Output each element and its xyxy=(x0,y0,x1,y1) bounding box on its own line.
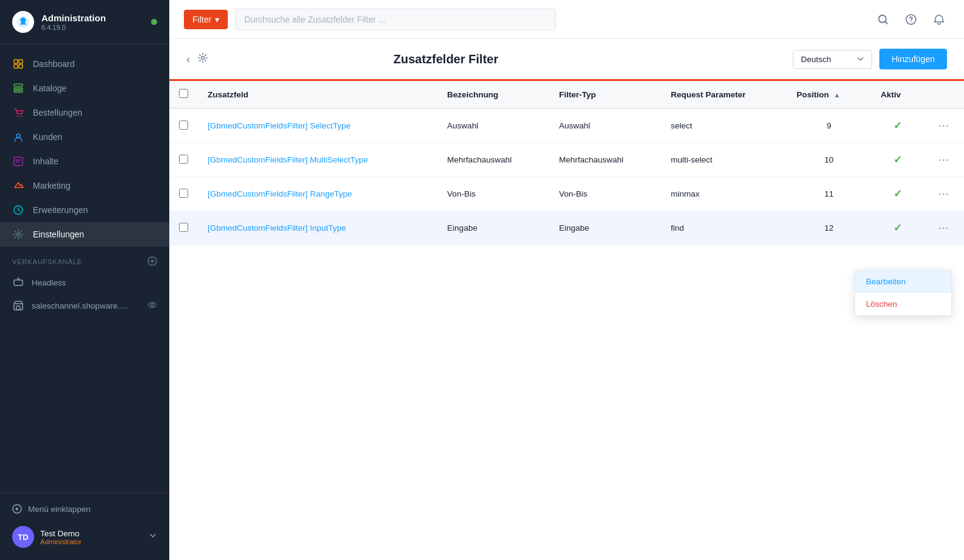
page-settings-button[interactable] xyxy=(197,52,208,66)
language-select[interactable]: Deutsch xyxy=(793,50,872,69)
sidebar-item-kunden[interactable]: Kunden xyxy=(0,125,169,149)
svg-point-22 xyxy=(879,15,886,23)
search-box[interactable]: Durchsuche alle Zusatzfelder Filter ... xyxy=(235,9,555,30)
row-actions-button[interactable]: ··· xyxy=(934,151,954,169)
cell-aktiv: ✓ xyxy=(871,211,924,245)
svg-rect-15 xyxy=(14,280,23,285)
cell-zusatzfeld: [GbmedCustomFieldsFilter] MultiSelectTyp… xyxy=(198,143,437,177)
svg-rect-11 xyxy=(14,157,23,166)
add-sales-channel-button[interactable] xyxy=(147,256,157,267)
add-button[interactable]: Hinzufügen xyxy=(879,49,947,69)
sidebar-item-bestellungen[interactable]: Bestellungen xyxy=(0,100,169,125)
sidebar-item-kataloge[interactable]: Kataloge xyxy=(0,76,169,100)
sidebar-item-label: Kataloge xyxy=(33,83,66,93)
dashboard-icon xyxy=(12,58,24,70)
page-header: ‹ Zusatzfelder Filter Deutsch Hinzufügen xyxy=(169,39,964,81)
context-menu: Bearbeiten Löschen xyxy=(854,270,952,316)
page-title: Zusatzfelder Filter xyxy=(216,52,676,66)
sidebar-item-einstellungen[interactable]: Einstellungen xyxy=(0,222,169,247)
row-actions-button[interactable]: ··· xyxy=(934,117,954,135)
user-menu-chevron[interactable] xyxy=(149,531,157,542)
sidebar-item-inhalte[interactable]: Inhalte xyxy=(0,149,169,173)
aktiv-check-icon: ✓ xyxy=(893,154,902,166)
aktiv-check-icon: ✓ xyxy=(893,222,902,234)
sales-channels-section: Verkaufskanäle xyxy=(0,247,169,271)
settings-icon xyxy=(12,228,24,240)
svg-rect-2 xyxy=(19,60,23,63)
cell-aktiv: ✓ xyxy=(871,177,924,211)
sidebar-item-dashboard[interactable]: Dashboard xyxy=(0,52,169,76)
row-actions-button[interactable]: ··· xyxy=(934,219,954,237)
row-actions-button[interactable]: ··· xyxy=(934,185,954,203)
sidebar-item-erweiterungen[interactable]: Erweiterungen xyxy=(0,198,169,222)
svg-point-25 xyxy=(202,56,205,59)
sidebar-item-label: Inhalte xyxy=(33,156,58,166)
col-bezeichnung: Bezeichnung xyxy=(437,81,549,108)
col-zusatzfeld: Zusatzfeld xyxy=(198,81,437,108)
user-role: Administrator xyxy=(40,538,82,545)
cell-position: 12 xyxy=(787,211,871,245)
col-request-parameter: Request Parameter xyxy=(661,81,787,108)
cell-bezeichnung: Mehrfachauswahl xyxy=(437,143,549,177)
sidebar-item-label: Bestellungen xyxy=(33,108,82,117)
cell-request-parameter: minmax xyxy=(661,177,787,211)
cell-bezeichnung: Eingabe xyxy=(437,211,549,245)
col-position[interactable]: Position ▲ xyxy=(787,81,871,108)
table-header-row: Zusatzfeld Bezeichnung Filter-Typ Reques… xyxy=(169,81,964,108)
cell-request-parameter: multi-select xyxy=(661,143,787,177)
cell-zusatzfeld: [GbmedCustomFieldsFilter] RangeType xyxy=(198,177,437,211)
topbar: Filter ▾ Durchsuche alle Zusatzfelder Fi… xyxy=(169,0,964,39)
sidebar-header: Administration 6.4.19.0 xyxy=(0,0,169,44)
row-checkbox-cell xyxy=(169,177,198,211)
table-row: [GbmedCustomFieldsFilter] MultiSelectTyp… xyxy=(169,143,964,177)
catalog-icon xyxy=(12,82,24,94)
cell-filter-typ: Von-Bis xyxy=(549,177,661,211)
collapse-menu-button[interactable]: Menü einklappen xyxy=(12,500,157,517)
status-dot xyxy=(151,19,157,25)
cell-actions: ··· xyxy=(924,177,964,211)
select-all-header xyxy=(169,81,198,108)
row-checkbox-0[interactable] xyxy=(179,121,188,130)
sidebar-footer: Menü einklappen TD Test Demo Administrat… xyxy=(0,492,169,560)
select-all-checkbox[interactable] xyxy=(179,89,188,98)
row-checkbox-cell xyxy=(169,211,198,245)
row-checkbox-1[interactable] xyxy=(179,155,188,164)
table-row: [GbmedCustomFieldsFilter] InputType Eing… xyxy=(169,211,964,245)
svg-rect-7 xyxy=(14,91,23,93)
col-filter-typ: Filter-Typ xyxy=(549,81,661,108)
cell-actions: ··· xyxy=(924,143,964,177)
search-topbar-icon[interactable] xyxy=(873,9,893,30)
sales-channel-label: saleschannel.shopware.co... xyxy=(32,301,129,310)
user-row: TD Test Demo Administrator xyxy=(12,521,157,553)
sales-channel-headless[interactable]: Headless xyxy=(0,271,169,294)
cell-request-parameter: select xyxy=(661,108,787,143)
storefront-icon xyxy=(12,299,24,312)
sidebar-item-label: Erweiterungen xyxy=(33,205,88,215)
help-icon[interactable] xyxy=(901,9,921,30)
cell-filter-typ: Auswahl xyxy=(549,108,661,143)
sales-channel-label: Headless xyxy=(32,278,66,287)
context-menu-delete[interactable]: Löschen xyxy=(855,293,951,315)
cell-bezeichnung: Von-Bis xyxy=(437,177,549,211)
row-checkbox-2[interactable] xyxy=(179,189,188,198)
cell-actions: ··· xyxy=(924,211,964,245)
app-name: Administration xyxy=(41,13,151,24)
sidebar-item-label: Dashboard xyxy=(33,59,75,69)
sales-channel-saleschannel[interactable]: saleschannel.shopware.co... xyxy=(0,294,169,317)
back-button[interactable]: ‹ xyxy=(186,53,190,66)
sidebar-item-label: Kunden xyxy=(33,132,62,142)
sidebar-item-marketing[interactable]: Marketing xyxy=(0,173,169,198)
filter-button[interactable]: Filter ▾ xyxy=(184,10,228,29)
row-checkbox-3[interactable] xyxy=(179,223,188,232)
notifications-icon[interactable] xyxy=(929,9,949,30)
sidebar-nav: Dashboard Kataloge Bestellungen Kunden I… xyxy=(0,44,169,492)
eye-icon[interactable] xyxy=(147,300,157,312)
user-name: Test Demo xyxy=(40,529,82,538)
context-menu-edit[interactable]: Bearbeiten xyxy=(855,270,951,293)
aktiv-check-icon: ✓ xyxy=(893,120,902,131)
svg-point-9 xyxy=(21,116,22,117)
extensions-icon xyxy=(12,204,24,216)
sidebar-item-label: Marketing xyxy=(33,181,70,191)
customers-icon xyxy=(12,131,24,143)
col-aktiv: Aktiv xyxy=(871,81,924,108)
